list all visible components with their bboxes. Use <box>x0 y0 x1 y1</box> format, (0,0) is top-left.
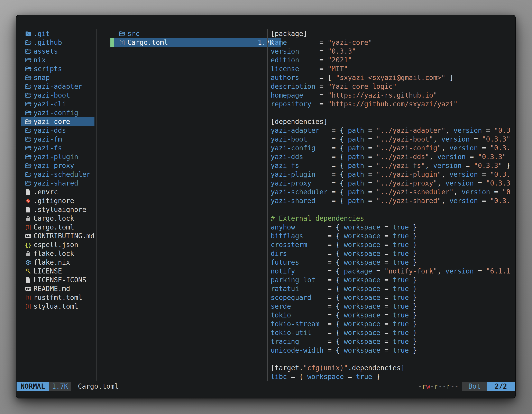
parent-item-yazi-fs[interactable]: yazi-fs <box>21 144 95 152</box>
current-item-src[interactable]: src <box>110 29 281 38</box>
preview-line: serde = { workspace = true } <box>271 302 514 311</box>
preview-line: tracing = { workspace = true } <box>271 337 514 346</box>
parent-item-snap[interactable]: snap <box>21 73 95 82</box>
current-item-Cargo.toml[interactable]: [T]Cargo.toml1.7K <box>110 38 281 47</box>
preview-line: yazi-config = { path = "../yazi-config",… <box>271 144 514 152</box>
folder-icon <box>25 154 31 160</box>
filename-label: Cargo.toml <box>78 382 119 391</box>
parent-item-.github[interactable]: .github <box>21 38 95 47</box>
preview-line: # External dependencies <box>271 214 514 223</box>
parent-item-assets[interactable]: assets <box>21 47 95 56</box>
parent-item-LICENSE-ICONS[interactable]: LICENSE-ICONS <box>21 276 95 284</box>
preview-line: yazi-scheduler = { path = "../yazi-sched… <box>271 188 514 196</box>
item-name: yazi-dds <box>34 126 66 135</box>
item-name: yazi-proxy <box>34 162 74 170</box>
preview-line: edition = "2021" <box>271 56 514 64</box>
item-name: assets <box>34 47 58 55</box>
svg-text:[T]: [T] <box>25 224 31 230</box>
preview-line: [package] <box>271 29 514 38</box>
parent-item-yazi-cli[interactable]: yazi-cli <box>21 100 95 108</box>
item-name: scripts <box>34 65 62 73</box>
item-name: Cargo.toml <box>34 223 74 231</box>
parent-item-Cargo.toml[interactable]: [T]Cargo.toml <box>21 223 95 231</box>
parent-item-yazi-boot[interactable]: yazi-boot <box>21 91 95 100</box>
parent-item-yazi-dds[interactable]: yazi-dds <box>21 126 95 135</box>
folder-icon <box>25 163 31 169</box>
folder-icon <box>25 136 31 143</box>
preview-line <box>271 205 514 214</box>
parent-item-yazi-core[interactable]: yazi-core <box>21 117 95 126</box>
item-name: flake.lock <box>34 250 74 258</box>
pane-divider-right <box>267 29 268 381</box>
preview-line: bitflags = { workspace = true } <box>271 231 514 240</box>
parent-item-flake.nix[interactable]: flake.nix <box>21 258 95 267</box>
preview-line: tokio-util = { workspace = true } <box>271 328 514 337</box>
json-icon: {} <box>25 241 31 248</box>
preview-line: notify = { package = "notify-fork", vers… <box>271 267 514 276</box>
parent-item-yazi-shared[interactable]: yazi-shared <box>21 179 95 188</box>
item-name: yazi-fs <box>34 144 62 152</box>
item-name: .envrc <box>34 188 58 196</box>
item-name: .gitignore <box>34 197 74 205</box>
parent-item-.envrc[interactable]: .envrc <box>21 188 95 196</box>
parent-item-cspell.json[interactable]: {}cspell.json <box>21 240 95 249</box>
nix-icon <box>25 259 31 266</box>
preview-line: [dependencies] <box>271 117 514 126</box>
preview-line: anyhow = { workspace = true } <box>271 223 514 231</box>
item-name: yazi-adapter <box>34 82 82 90</box>
filesize-badge: 1.7K <box>49 382 71 391</box>
folder-icon <box>25 127 31 134</box>
item-name: snap <box>34 74 50 82</box>
item-name: Cargo.toml <box>127 39 168 47</box>
toml-icon: [T] <box>25 224 31 231</box>
parent-item-.git[interactable]: .git <box>21 29 95 38</box>
preview-line: yazi-proxy = { path = "../yazi-proxy", v… <box>271 179 514 188</box>
hover-marker <box>110 38 114 47</box>
parent-item-yazi-config[interactable]: yazi-config <box>21 108 95 117</box>
preview-line: yazi-plugin = { path = "../yazi-plugin",… <box>271 170 514 179</box>
parent-item-stylua.toml[interactable]: [T]stylua.toml <box>21 302 95 311</box>
parent-item-nix[interactable]: nix <box>21 56 95 64</box>
desktop-background: .git.githubassetsnixscriptssnapyazi-adap… <box>0 0 532 414</box>
preview-line: license = "MIT" <box>271 64 514 73</box>
preview-line: libc = { workspace = true } <box>271 372 514 381</box>
parent-item-rustfmt.toml[interactable]: [T]rustfmt.toml <box>21 293 95 302</box>
permissions-label: -rw-r--r-- <box>418 382 459 391</box>
parent-item-LICENSE[interactable]: LICENSE <box>21 267 95 276</box>
folder-icon <box>25 118 31 125</box>
key-icon <box>25 268 31 275</box>
parent-item-.gitignore[interactable]: .gitignore <box>21 196 95 205</box>
git-icon <box>25 198 31 204</box>
toml-icon: [T] <box>25 303 31 310</box>
item-name: .github <box>34 39 62 47</box>
parent-item-yazi-scheduler[interactable]: yazi-scheduler <box>21 170 95 179</box>
parent-item-Cargo.lock[interactable]: Cargo.lock <box>21 214 95 223</box>
parent-item-yazi-proxy[interactable]: yazi-proxy <box>21 161 95 170</box>
preview-line: crossterm = { workspace = true } <box>271 240 514 249</box>
parent-item-yazi-plugin[interactable]: yazi-plugin <box>21 152 95 161</box>
status-bar: NORMAL 1.7K Cargo.toml -rw-r--r-- Bot 2/… <box>16 382 516 391</box>
preview-line: yazi-adapter = { path = "../yazi-adapter… <box>271 126 514 135</box>
file-icon <box>25 277 31 283</box>
parent-item-scripts[interactable]: scripts <box>21 64 95 73</box>
parent-item-flake.lock[interactable]: flake.lock <box>21 249 95 258</box>
parent-item-yazi-adapter[interactable]: yazi-adapter <box>21 82 95 91</box>
scroll-bot-badge: Bot <box>462 382 487 391</box>
current-pane: src[T]Cargo.toml1.7K <box>110 29 281 47</box>
svg-text:[T]: [T] <box>25 295 31 300</box>
item-name: yazi-boot <box>34 91 70 99</box>
item-name: yazi-core <box>34 118 70 125</box>
parent-item-.styluaignore[interactable]: .styluaignore <box>21 205 95 214</box>
folder-icon <box>25 110 31 116</box>
folder-icon <box>25 180 31 187</box>
item-name: LICENSE-ICONS <box>34 276 86 284</box>
toml-icon: [T] <box>25 294 31 301</box>
preview-line: repository = "https://github.com/sxyazi/… <box>271 100 514 108</box>
parent-item-yazi-fm[interactable]: yazi-fm <box>21 135 95 144</box>
preview-line: description = "Yazi core logic" <box>271 82 514 91</box>
lock-icon <box>25 215 31 222</box>
parent-item-README.md[interactable]: README.md <box>21 284 95 293</box>
parent-item-CONTRIBUTING.md[interactable]: CONTRIBUTING.md <box>21 231 95 240</box>
item-name: yazi-cli <box>34 100 66 108</box>
markdown-icon <box>25 286 31 292</box>
